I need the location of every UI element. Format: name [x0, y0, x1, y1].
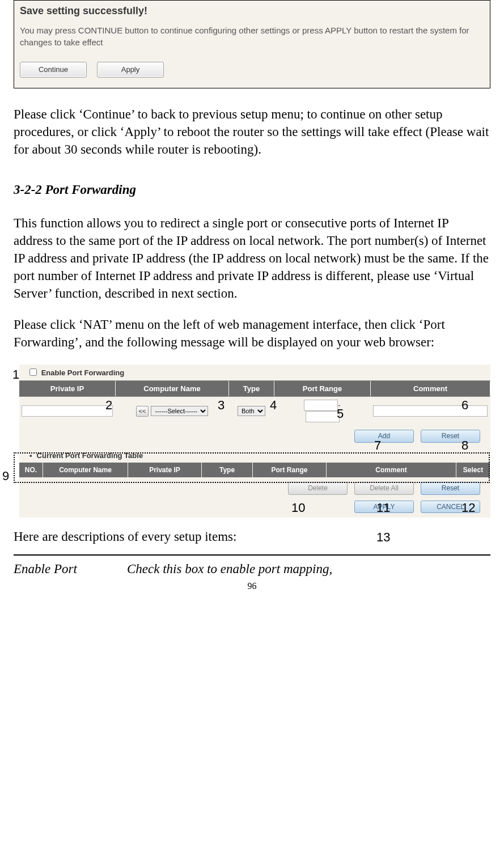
col2-range: Port Range	[253, 463, 327, 477]
callout-10: 10	[291, 499, 305, 516]
delete-all-button[interactable]: Delete All	[354, 482, 414, 494]
save-dialog: Save setting successfully! You may press…	[14, 0, 490, 88]
type-select[interactable]: Both	[238, 406, 265, 416]
computer-name-select[interactable]: ------Select------	[151, 406, 208, 416]
paragraph-nat-instructions: Please click ‘NAT’ menu on the left of w…	[14, 316, 490, 351]
page-number: 96	[14, 580, 490, 592]
col2-type: Type	[202, 463, 253, 477]
port-range-end-input[interactable]	[306, 411, 340, 422]
reset-button[interactable]: Reset	[421, 430, 480, 442]
enable-port-forwarding-checkbox[interactable]	[29, 368, 37, 376]
col-private-ip: Private IP	[19, 381, 116, 397]
port-forwarding-figure: Enable Port Forwarding Private IP Comput…	[14, 365, 490, 517]
col2-select: Select	[456, 463, 490, 477]
col-type: Type	[229, 381, 274, 397]
port-range-start-input[interactable]	[304, 400, 338, 411]
callout-11: 11	[376, 499, 390, 516]
callout-5: 5	[337, 405, 344, 422]
callout-9: 9	[2, 468, 9, 485]
descriptions-intro: Here are descriptions of every setup ite…	[14, 528, 490, 545]
callout-13: 13	[376, 529, 390, 546]
callout-12: 12	[461, 499, 475, 516]
continue-button[interactable]: Continue	[20, 62, 87, 78]
callout-6: 6	[461, 397, 468, 414]
definition-row: Enable Port Check this box to enable por…	[14, 560, 490, 578]
col2-comment: Comment	[327, 463, 456, 477]
callout-7: 7	[374, 437, 381, 454]
col-computer-name: Computer Name	[116, 381, 229, 397]
definition-term: Enable Port	[14, 560, 127, 578]
callout-4: 4	[270, 397, 277, 414]
dialog-message: You may press CONTINUE button to continu…	[14, 24, 490, 62]
enable-port-forwarding-row: Enable Port Forwarding	[19, 365, 490, 380]
input-row: << ------Select------ Both -	[19, 397, 490, 425]
current-table-header: NO. Computer Name Private IP Type Port R…	[19, 463, 490, 477]
col-comment: Comment	[371, 381, 490, 397]
callout-1: 1	[12, 366, 19, 383]
copy-name-button[interactable]: <<	[136, 406, 149, 417]
section-heading: 3-2-2 Port Forwarding	[14, 181, 490, 198]
definition-body: Check this box to enable port mapping,	[127, 560, 490, 578]
delete-button[interactable]: Delete	[288, 482, 348, 494]
callout-8: 8	[461, 437, 468, 454]
callout-3: 3	[218, 397, 225, 414]
add-button[interactable]: Add	[354, 430, 414, 442]
col2-computer: Computer Name	[43, 463, 128, 477]
paragraph-function-desc: This function allows you to redirect a s…	[14, 214, 490, 302]
divider	[14, 554, 490, 556]
comment-input[interactable]	[373, 405, 488, 417]
current-table-title: Current Port Forwarding Table	[19, 447, 490, 463]
callout-2: 2	[105, 397, 112, 414]
col-port-range: Port Range	[274, 381, 371, 397]
private-ip-input[interactable]	[22, 405, 113, 417]
col2-private: Private IP	[128, 463, 202, 477]
apply-button[interactable]: Apply	[97, 62, 164, 78]
reset2-button[interactable]: Reset	[421, 482, 480, 494]
enable-port-forwarding-label: Enable Port Forwarding	[41, 368, 125, 377]
col2-no: NO.	[19, 463, 43, 477]
input-table-header: Private IP Computer Name Type Port Range…	[19, 380, 490, 397]
paragraph-continue-apply: Please click ‘Continue’ to back to previ…	[14, 105, 490, 158]
dialog-title: Save setting successfully!	[14, 1, 490, 24]
